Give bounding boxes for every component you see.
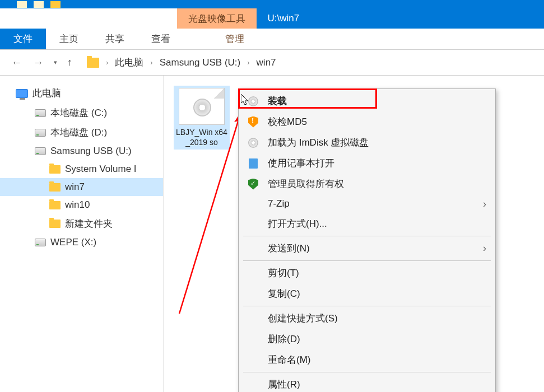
menu-open-with[interactable]: 打开方式(H)... — [239, 213, 495, 234]
chevron-right-icon: › — [483, 198, 486, 210]
ribbon-tabs: 文件 主页 共享 查看 管理 — [0, 29, 544, 50]
menu-imdisk[interactable]: 加载为 ImDisk 虚拟磁盘 — [239, 132, 495, 153]
menu-admin-ownership[interactable]: 管理员取得所有权 — [239, 174, 495, 194]
folder-icon — [87, 58, 99, 68]
menu-properties[interactable]: 属性(R) — [239, 374, 495, 392]
drive-icon — [35, 239, 46, 246]
history-dropdown[interactable]: ▾ — [54, 59, 57, 66]
back-button[interactable]: ← — [11, 56, 22, 69]
computer-icon — [16, 89, 28, 98]
tab-file[interactable]: 文件 — [0, 29, 46, 49]
menu-separator — [243, 236, 491, 236]
tab-view[interactable]: 查看 — [138, 29, 184, 49]
shield-check-icon — [248, 179, 258, 190]
menu-separator — [243, 306, 491, 306]
chevron-right-icon: › — [150, 58, 152, 67]
file-item-iso[interactable]: LBJY_Win x64_2019 so — [174, 86, 230, 150]
tree-win7[interactable]: win7 — [0, 178, 163, 196]
tree-new-folder[interactable]: 新建文件夹 — [0, 214, 163, 234]
navigation-pane: 此电脑 本地磁盘 (C:) 本地磁盘 (D:) Samsung USB (U:)… — [0, 76, 164, 392]
tree-win10[interactable]: win10 — [0, 196, 163, 214]
menu-notepad[interactable]: 使用记事本打开 — [239, 153, 495, 174]
context-menu: 装载 校检MD5 加载为 ImDisk 虚拟磁盘 使用记事本打开 管理员取得所有… — [238, 88, 496, 392]
menu-separator — [243, 372, 491, 372]
menu-7zip[interactable]: 7-Zip › — [239, 194, 495, 213]
contextual-tab-label: 光盘映像工具 — [177, 8, 257, 29]
menu-delete[interactable]: 删除(D) — [239, 329, 495, 349]
crumb-folder[interactable]: win7 — [257, 57, 276, 68]
menu-create-shortcut[interactable]: 创建快捷方式(S) — [239, 308, 495, 329]
crumb-this-pc[interactable]: 此电脑 — [115, 56, 143, 69]
tab-manage[interactable]: 管理 — [212, 29, 258, 49]
chevron-right-icon: › — [483, 242, 486, 254]
forward-button[interactable]: → — [32, 56, 44, 69]
folder-icon — [49, 201, 61, 209]
tab-home[interactable]: 主页 — [46, 29, 92, 49]
taskbar — [0, 0, 544, 8]
folder-icon — [49, 183, 61, 192]
navigation-bar: ← → ▾ ↑ › 此电脑 › Samsung USB (U:) › win7 — [0, 50, 544, 76]
tree-drive-u[interactable]: Samsung USB (U:) — [0, 142, 163, 160]
taskbar-icon[interactable] — [17, 1, 27, 8]
menu-copy[interactable]: 复制(C) — [239, 283, 495, 304]
tree-drive-d[interactable]: 本地磁盘 (D:) — [0, 123, 163, 142]
shield-warning-icon — [248, 116, 258, 128]
chevron-right-icon: › — [247, 58, 249, 67]
taskbar-icon[interactable] — [34, 1, 44, 8]
taskbar-icon[interactable] — [50, 1, 61, 8]
drive-icon — [35, 109, 46, 117]
tree-drive-c[interactable]: 本地磁盘 (C:) — [0, 103, 163, 123]
notepad-icon — [249, 158, 258, 169]
tree-svi[interactable]: System Volume I — [0, 160, 163, 178]
menu-md5[interactable]: 校检MD5 — [239, 111, 495, 132]
folder-icon — [49, 220, 61, 228]
iso-file-icon — [179, 88, 225, 125]
crumb-drive[interactable]: Samsung USB (U:) — [160, 57, 241, 68]
tree-wepe[interactable]: WEPE (X:) — [0, 234, 163, 251]
tab-share[interactable]: 共享 — [92, 29, 138, 49]
breadcrumb[interactable]: › 此电脑 › Samsung USB (U:) › win7 — [87, 56, 276, 69]
menu-send-to[interactable]: 发送到(N) › — [239, 238, 495, 259]
window-title: U:\win7 — [257, 8, 544, 29]
drive-icon — [35, 147, 46, 155]
disc-icon — [248, 96, 258, 106]
menu-cut[interactable]: 剪切(T) — [239, 263, 495, 283]
up-button[interactable]: ↑ — [67, 57, 72, 68]
folder-icon — [49, 165, 61, 174]
disc-icon — [248, 138, 258, 148]
menu-rename[interactable]: 重命名(M) — [239, 349, 495, 370]
chevron-right-icon: › — [106, 58, 108, 67]
tree-this-pc[interactable]: 此电脑 — [0, 83, 163, 103]
menu-mount[interactable]: 装载 — [239, 91, 495, 111]
disc-icon — [193, 99, 211, 116]
menu-separator — [243, 260, 491, 261]
title-bar: 光盘映像工具 U:\win7 — [0, 8, 544, 29]
drive-icon — [35, 129, 46, 137]
